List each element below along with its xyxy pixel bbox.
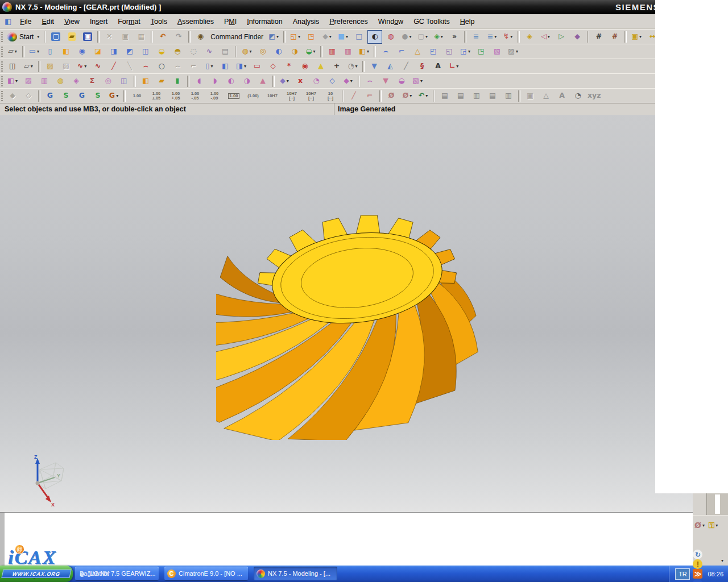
rotate-view-button[interactable]: ●▾ xyxy=(399,30,414,44)
return-gesture-dropdown-icon[interactable]: ▾ xyxy=(425,93,428,98)
dim-tol-plus-button[interactable]: 1.00+.05 xyxy=(167,89,185,103)
toolbar-overflow-button[interactable]: » xyxy=(447,30,462,44)
edit-object-display-button[interactable]: ◆ xyxy=(570,30,585,44)
show-button[interactable]: ▷ xyxy=(554,30,569,44)
fillet-button[interactable]: ⌢ xyxy=(170,60,185,73)
dim-prefs-s1-button[interactable]: S xyxy=(59,89,73,103)
update-display-button[interactable]: ◆ xyxy=(5,89,20,103)
patch-button[interactable]: ▧ xyxy=(490,45,504,59)
edge-blend-button[interactable]: ⌢ xyxy=(378,45,393,59)
wireframe-view-button[interactable]: □ xyxy=(351,30,366,44)
menu-assemblies[interactable]: Assemblies xyxy=(172,16,219,27)
wrap-surface-dropdown-icon[interactable]: ▾ xyxy=(420,78,423,84)
snap-point-dropdown-icon[interactable]: ▾ xyxy=(510,34,512,39)
toolbar-grip[interactable] xyxy=(1,91,3,101)
chamfer-button[interactable]: ⌐ xyxy=(394,45,409,59)
command-finder-button[interactable]: ◉ xyxy=(193,30,208,44)
profile-button[interactable]: ∿▾ xyxy=(75,60,89,73)
refresh-regions-button[interactable]: ◇ xyxy=(21,89,36,103)
menu-information[interactable]: Information xyxy=(242,16,288,27)
toolbar-grip[interactable] xyxy=(1,61,3,72)
helix-button[interactable]: § xyxy=(415,60,429,73)
frag-filter-button[interactable]: Ø▾ xyxy=(693,518,706,532)
wcs-dynamics-dropdown-icon[interactable]: ▾ xyxy=(639,34,642,39)
ruled-button[interactable]: ▨ xyxy=(21,74,36,88)
xyz-coords-button[interactable]: xyz xyxy=(586,89,602,103)
trimmed-sheet-button[interactable]: ◐ xyxy=(224,74,238,88)
links-toolbar-label[interactable]: Bağlantılar xyxy=(80,570,110,577)
return-gesture-button[interactable]: ↶▾ xyxy=(416,89,431,103)
view-triad[interactable]: ZXY xyxy=(20,454,72,508)
circle-button[interactable]: ○ xyxy=(154,60,169,73)
frag-key-button[interactable]: ⚿▾ xyxy=(707,518,719,532)
doc-style-1-button[interactable]: ▤ xyxy=(437,89,452,103)
copy-button[interactable]: ▣ xyxy=(118,30,133,44)
rotate-view-dropdown-icon[interactable]: ▾ xyxy=(410,34,412,39)
tray-update-icon[interactable]: ↻ xyxy=(693,550,702,559)
background-color-dropdown-icon[interactable]: ▾ xyxy=(425,34,428,39)
menu-pmi[interactable]: PMI xyxy=(219,16,242,27)
paste-button[interactable]: ▦ xyxy=(134,30,148,44)
offset-face-button[interactable]: ◧▾ xyxy=(357,45,371,59)
orient-view-dropdown-icon[interactable]: ▾ xyxy=(441,34,443,39)
emboss-button[interactable]: ◒ xyxy=(154,45,169,59)
intersect-button[interactable]: ◐ xyxy=(271,45,286,59)
project-curve-button[interactable]: ▼ xyxy=(367,60,382,73)
dim-reference-button[interactable]: (1.00) xyxy=(244,89,262,103)
arc-button[interactable]: ⌢ xyxy=(138,60,153,73)
wrap-geometry-dropdown-icon[interactable]: ▾ xyxy=(516,49,518,54)
mirror-feature-button[interactable]: ▥ xyxy=(341,45,355,59)
dim-prefs-g1-button[interactable]: G xyxy=(43,89,57,103)
menu-analysis[interactable]: Analysis xyxy=(288,16,325,27)
through-curve-mesh-button[interactable]: ◍ xyxy=(53,74,68,88)
dim-prefs-g3-dropdown-icon[interactable]: ▾ xyxy=(116,93,118,98)
law-extension-button[interactable]: ◆▾ xyxy=(277,74,292,88)
menu-preferences[interactable]: Preferences xyxy=(324,16,373,27)
selection-filter-button[interactable]: Ø▾ xyxy=(400,89,415,103)
quick-extend-dropdown-icon[interactable]: ▾ xyxy=(210,64,213,69)
offset-surface-button[interactable]: ◖ xyxy=(192,74,206,88)
new-file-button[interactable]: ▢ xyxy=(48,30,63,44)
datum-symbol-button[interactable]: ▣ xyxy=(523,89,537,103)
dart-button[interactable]: ▼ xyxy=(378,74,393,88)
part-window-icon[interactable]: ◧ xyxy=(5,17,11,26)
toolbar-grip[interactable] xyxy=(1,76,3,86)
cylinder-button[interactable]: ◨▾ xyxy=(234,60,249,73)
dim-fit-button[interactable]: 10H7 xyxy=(263,89,282,103)
menu-view[interactable]: View xyxy=(59,16,85,27)
dim-leader-button[interactable]: ⌐ xyxy=(362,89,377,103)
inferred-dimensions-button[interactable]: ╲ xyxy=(122,60,137,73)
section-surface-button[interactable]: Σ xyxy=(85,74,100,88)
dim-tol-equal-button[interactable]: 1.00±.05 xyxy=(147,89,166,103)
shaded-edges-view-button[interactable]: ◐ xyxy=(367,30,382,44)
swept-button[interactable]: ◈ xyxy=(69,74,84,88)
doc-style-2-button[interactable]: ▤ xyxy=(453,89,468,103)
intersect-curve-button[interactable]: ◭ xyxy=(383,60,398,73)
language-indicator[interactable]: TR xyxy=(675,568,690,580)
new-window-button[interactable]: ◱▾ xyxy=(288,30,303,44)
start-menu-dropdown-icon[interactable]: ▾ xyxy=(37,34,39,39)
display-mode-dropdown-icon[interactable]: ▾ xyxy=(329,34,332,39)
profile-open-button[interactable]: ∿ xyxy=(90,60,105,73)
section-view-button[interactable]: ◍ xyxy=(383,30,398,44)
derived-line-button[interactable]: ╱ xyxy=(399,60,413,73)
selection-filter-dropdown-icon[interactable]: ▾ xyxy=(410,93,412,98)
note-text-button[interactable]: A xyxy=(555,89,569,103)
sketch-chamfer-button[interactable]: ⌐ xyxy=(186,60,201,73)
offset-face-dropdown-icon[interactable]: ▾ xyxy=(367,49,369,54)
conic-button[interactable]: ▲ xyxy=(313,60,328,73)
through-points-button[interactable]: ◧▾ xyxy=(5,74,20,88)
unite-button[interactable]: ◍▾ xyxy=(239,45,254,59)
menu-gc-toolkits[interactable]: GC Toolkits xyxy=(408,16,455,27)
wrap-geometry-button[interactable]: ▨▾ xyxy=(506,45,520,59)
bridge-surface-button[interactable]: ⌢ xyxy=(362,74,377,88)
emboss-sheet-button[interactable]: ◒ xyxy=(394,74,409,88)
info-dropdown-icon[interactable]: ▾ xyxy=(276,34,279,39)
datum-plane-dropdown-icon[interactable]: ▾ xyxy=(37,49,39,54)
doc-style-4-button[interactable]: ▤ xyxy=(485,89,500,103)
global-shaping-button[interactable]: ◔ xyxy=(309,74,324,88)
dim-slant-button[interactable]: ╱ xyxy=(346,89,361,103)
quick-extend-button[interactable]: ▯▾ xyxy=(202,60,217,73)
show-and-hide-button[interactable]: ◈ xyxy=(522,30,537,44)
scale-body-dropdown-icon[interactable]: ▾ xyxy=(468,49,470,54)
